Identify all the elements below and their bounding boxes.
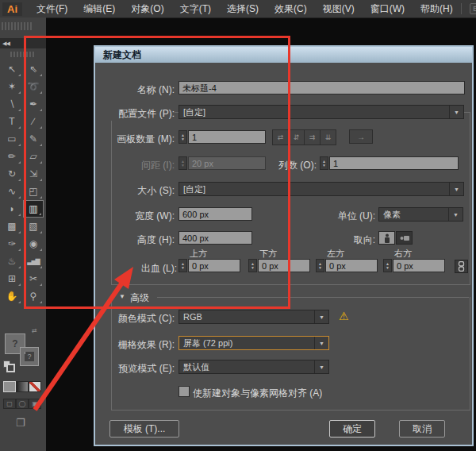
artboard-tool[interactable]: ⊞ [2, 270, 22, 287]
eraser-tool[interactable]: ▱ [23, 148, 44, 165]
free-transform-tool[interactable]: ◰ [23, 183, 44, 200]
units-dropdown[interactable]: 像素 ▼ [378, 207, 463, 222]
stepper-down-icon[interactable]: ▼ [181, 266, 185, 270]
align-pixel-grid-checkbox[interactable] [178, 386, 190, 397]
none-button[interactable] [29, 381, 41, 392]
profile-dropdown-button[interactable]: ▼ [449, 106, 463, 118]
perspective-grid-tool[interactable]: ▥ [23, 200, 44, 218]
bleed-left-stepper[interactable]: ▲▼ [316, 259, 324, 272]
columns-stepper[interactable]: ▲ ▼ [320, 156, 328, 170]
menu-item-6[interactable]: 视图(V) [315, 2, 363, 16]
color-mode-dropdown-button[interactable]: ▼ [314, 310, 328, 323]
arrange-by-row-button[interactable]: ⇉ [304, 129, 321, 145]
cancel-button[interactable]: 取消 [399, 420, 445, 438]
gradient-tool[interactable]: ▧ [23, 218, 44, 235]
gradient-button[interactable] [16, 381, 29, 392]
line-segment-tool[interactable]: ∕ [23, 113, 44, 130]
raster-dropdown-button[interactable]: ▼ [314, 337, 328, 349]
artboards-stepper[interactable]: ▲ ▼ [178, 130, 187, 144]
stepper-down-icon[interactable]: ▼ [386, 266, 390, 270]
direct-selection-tool[interactable]: ⇖ [23, 60, 44, 78]
type-tool[interactable]: T [2, 113, 22, 130]
bleed-link-button[interactable] [455, 260, 468, 273]
menu-item-4[interactable]: 选择(S) [219, 2, 267, 16]
ok-button[interactable]: 确定 [329, 420, 375, 438]
collapse-panel-icon[interactable]: ◀◀ [0, 40, 10, 47]
magic-wand-tool[interactable]: ✶ [2, 78, 22, 95]
symbol-sprayer-tool[interactable]: ♨ [2, 252, 22, 270]
zoom-tool[interactable]: ⚲ [23, 287, 44, 305]
preview-dropdown-button[interactable]: ▼ [314, 360, 328, 373]
menu-item-0[interactable]: 文件(F) [29, 2, 75, 16]
artboards-input[interactable]: 1 [188, 130, 266, 144]
bleed-top-stepper[interactable]: ▲▼ [178, 259, 187, 272]
stepper-down-icon[interactable]: ▼ [181, 137, 185, 141]
default-fill-stroke-icon[interactable] [3, 360, 14, 372]
menu-item-1[interactable]: 编辑(E) [75, 2, 123, 16]
rotate-tool[interactable]: ↻ [2, 165, 22, 183]
width-input[interactable]: 600 px [178, 207, 252, 221]
raster-effects-dropdown[interactable]: 屏幕 (72 ppi) ▼ [178, 336, 329, 350]
bleed-bottom-input[interactable]: 0 px [258, 259, 310, 272]
profile-dropdown[interactable]: [自定] ▼ [178, 105, 464, 119]
panel-grip[interactable] [10, 52, 36, 57]
orientation-portrait-button[interactable] [378, 231, 395, 245]
panel-drag-grip[interactable] [2, 22, 32, 30]
draw-inside-mode-button[interactable]: ▣ [29, 399, 41, 409]
advanced-expander-icon[interactable]: ▼ [119, 293, 125, 300]
width-tool[interactable]: ∿ [2, 183, 22, 200]
eyedropper-tool[interactable]: ✑ [2, 235, 22, 252]
mesh-tool[interactable]: ▩ [2, 218, 22, 235]
bleed-bottom-stepper[interactable]: ▲▼ [248, 259, 257, 272]
stepper-down-icon[interactable]: ▼ [318, 266, 322, 270]
bleed-right-input[interactable]: 0 px [393, 259, 445, 272]
grid-by-row-button[interactable]: ⇄ [272, 129, 289, 145]
bleed-right-stepper[interactable]: ▲▼ [383, 259, 392, 272]
selection-tool[interactable]: ↖ [2, 60, 22, 78]
bridge-button[interactable]: Br [470, 3, 476, 14]
units-dropdown-button[interactable]: ▼ [448, 208, 463, 221]
stroke-color-swatch[interactable]: ? [21, 348, 38, 365]
color-mode-dropdown[interactable]: RGB ▼ [178, 310, 329, 324]
bleed-left-input[interactable]: 0 px [325, 259, 378, 272]
menu-item-2[interactable]: 对象(O) [123, 2, 171, 16]
hand-tool[interactable]: ✋ [2, 287, 22, 305]
swap-fill-stroke-icon[interactable]: ⇄ [32, 327, 37, 334]
shape-builder-tool[interactable]: ◗ [2, 200, 22, 218]
screen-mode-button[interactable]: ❐ [11, 416, 30, 430]
dialog-titlebar[interactable]: 新建文档 [95, 47, 472, 63]
stepper-down-icon[interactable]: ▼ [181, 164, 185, 168]
bleed-top-input[interactable]: 0 px [188, 259, 240, 272]
height-input[interactable]: 400 px [178, 231, 252, 245]
preview-mode-dropdown[interactable]: 默认值 ▼ [178, 360, 329, 374]
color-button[interactable] [3, 381, 16, 392]
draw-normal-mode-button[interactable]: ▢ [3, 399, 16, 409]
spacing-stepper[interactable]: ▲ ▼ [178, 156, 187, 170]
layout-direction-button[interactable]: → [349, 129, 373, 144]
paintbrush-tool[interactable]: ✎ [23, 130, 44, 148]
menu-item-3[interactable]: 文字(T) [172, 2, 219, 16]
scale-tool[interactable]: ⇲ [23, 165, 44, 183]
anchor-point-tool[interactable]: ∖ [2, 95, 22, 113]
stepper-down-icon[interactable]: ▼ [251, 266, 255, 270]
slice-tool[interactable]: ✂ [23, 270, 44, 287]
menu-item-5[interactable]: 效果(C) [267, 2, 315, 16]
stepper-down-icon[interactable]: ▼ [322, 164, 326, 168]
size-dropdown[interactable]: [自定] ▼ [178, 182, 464, 196]
arrange-by-column-button[interactable]: ⇊ [320, 129, 336, 145]
template-button[interactable]: 模板 (T)... [109, 420, 179, 438]
pencil-tool[interactable]: ✏ [2, 148, 22, 165]
menu-item-7[interactable]: 窗口(W) [363, 2, 413, 16]
name-input[interactable]: 未标题-4 [178, 81, 465, 94]
menu-item-8[interactable]: 帮助(H) [413, 2, 461, 16]
draw-behind-mode-button[interactable]: ◯ [16, 399, 29, 409]
columns-input[interactable]: 1 [329, 156, 459, 170]
blend-tool[interactable]: ◉ [23, 235, 44, 252]
column-graph-tool[interactable]: ▃▅▇ [23, 252, 44, 270]
orientation-landscape-button[interactable] [396, 231, 413, 245]
size-dropdown-button[interactable]: ▼ [449, 183, 463, 195]
rectangle-tool[interactable]: ▭ [2, 130, 22, 148]
grid-by-column-button[interactable]: ⇵ [288, 129, 305, 145]
pen-tool[interactable]: ✒ [23, 95, 44, 113]
lasso-tool[interactable]: ➰ [23, 78, 44, 95]
